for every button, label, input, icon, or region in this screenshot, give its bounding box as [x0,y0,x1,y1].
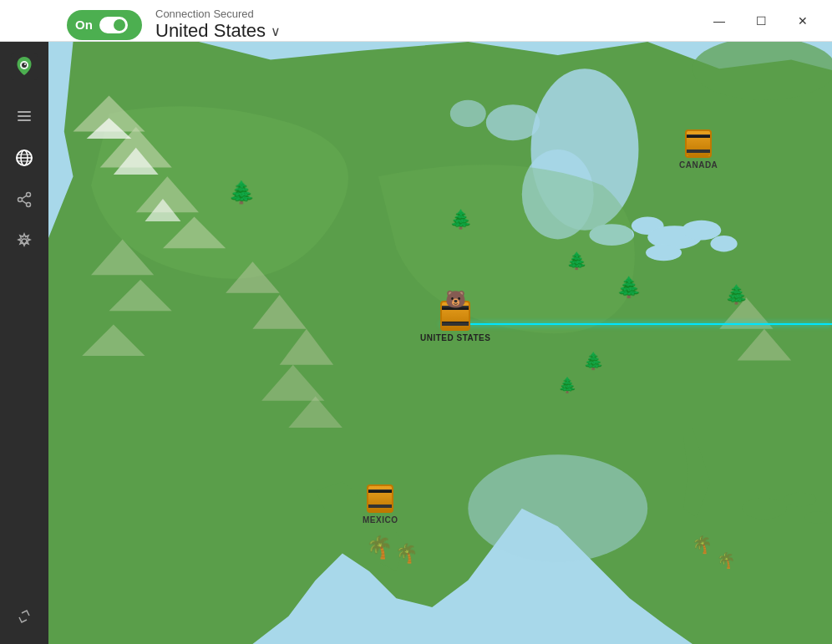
minimize-button[interactable]: — [700,8,738,34]
svg-point-25 [646,245,682,261]
svg-line-15 [22,195,27,199]
svg-point-3 [24,63,26,65]
tree-1: 🌲 [228,180,255,205]
tree-4: 🌲 [616,276,642,299]
toggle-switch [99,17,128,33]
sidebar-item-share[interactable] [7,182,42,217]
palm-3: 🌴 [692,535,713,555]
usa-barrel: 🐻 [440,301,470,331]
svg-point-12 [27,193,31,197]
vpn-toggle[interactable]: On [67,10,142,40]
svg-point-28 [486,104,540,140]
svg-point-31 [742,498,787,520]
tree-7: 🌲 [725,284,748,306]
location-marker-mexico[interactable]: MEXICO [363,484,398,525]
canada-barrel [685,129,712,158]
svg-point-32 [784,492,817,506]
map-container: 🌲 🌲 🌲 🌲 🌲 🌲 🌲 🌴 🌴 🌴 🌴 CANADA [48,42,832,644]
sidebar-item-map[interactable] [7,140,42,175]
connection-location[interactable]: United States ∨ [155,20,281,42]
svg-point-13 [27,203,31,207]
header-area: On Connection Secured United States ∨ [67,8,281,42]
main-layout: 🌲 🌲 🌲 🌲 🌲 🌲 🌲 🌴 🌴 🌴 🌴 CANADA [0,42,832,644]
connection-status: Connection Secured [155,8,281,20]
sidebar-item-menu[interactable] [7,99,42,134]
sidebar [0,42,48,644]
palm-2: 🌴 [395,543,418,565]
svg-point-30 [468,454,647,562]
tree-2: 🌲 [449,209,472,231]
close-button[interactable]: ✕ [784,8,822,34]
location-chevron: ∨ [271,23,281,39]
svg-point-23 [682,221,721,241]
location-marker-canada[interactable]: CANADA [679,129,718,170]
app-logo [9,52,39,82]
location-marker-usa[interactable]: 🐻 UNITED STATES [420,301,490,342]
toggle-label: On [75,18,93,32]
maximize-button[interactable]: ☐ [742,8,780,34]
canada-label: CANADA [679,160,718,170]
sidebar-item-settings[interactable] [7,224,42,259]
svg-rect-6 [18,119,31,121]
svg-point-14 [18,198,23,202]
sidebar-item-collapse[interactable] [7,599,42,634]
svg-point-2 [22,63,27,68]
palm-1: 🌴 [366,535,393,560]
svg-point-24 [710,236,737,251]
svg-rect-5 [18,115,31,117]
svg-point-29 [450,100,486,127]
tree-6: 🌲 [558,376,576,394]
mexico-barrel [367,484,393,513]
svg-line-16 [22,200,27,204]
bear-critter: 🐻 [445,289,466,309]
palm-4: 🌴 [717,551,735,570]
usa-label: UNITED STATES [420,333,490,342]
mexico-label: MEXICO [363,515,398,525]
connection-line [441,323,832,325]
window-controls: — ☐ ✕ [700,8,822,34]
svg-rect-4 [18,111,31,113]
tree-3: 🌲 [566,251,587,271]
app-window: — ☐ ✕ On Connection Secured United State… [0,0,832,644]
svg-point-33 [804,511,831,524]
tree-5: 🌲 [583,351,604,371]
connection-info: Connection Secured United States ∨ [155,8,281,42]
